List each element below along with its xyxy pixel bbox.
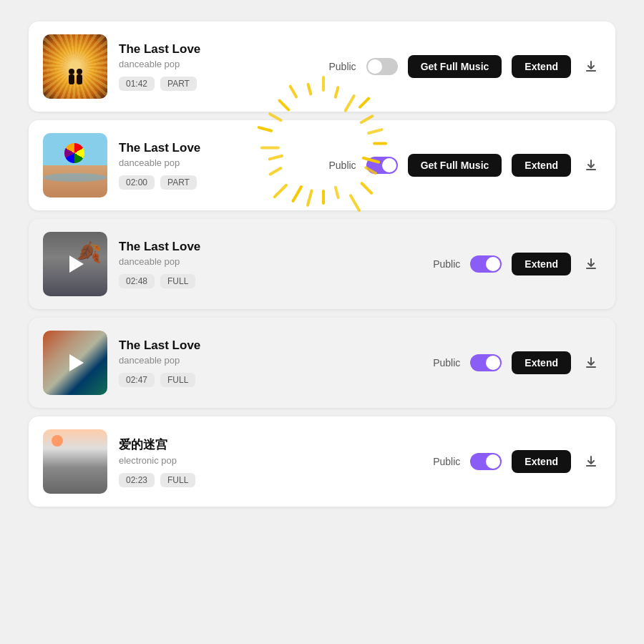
svg-point-0 [69, 69, 74, 74]
controls: Public Get Full Music Extend [328, 55, 601, 78]
play-icon [69, 354, 84, 371]
badge-row: 02:48 FULL [119, 274, 421, 288]
public-label: Public [328, 61, 356, 72]
music-list: The Last Love danceable pop 01:42 PART P… [29, 21, 615, 507]
duration-badge: 02:23 [119, 473, 155, 487]
music-card-4: The Last Love danceable pop 02:47 FULL P… [29, 318, 615, 408]
thumbnail [43, 133, 107, 197]
extend-button[interactable]: Extend [512, 253, 571, 275]
public-label: Public [433, 258, 460, 270]
music-card-3: 🍂 The Last Love danceable pop 02:48 FULL… [29, 219, 615, 309]
song-genre: electronic pop [119, 455, 421, 466]
download-icon[interactable] [581, 57, 601, 77]
music-card-1: The Last Love danceable pop 01:42 PART P… [29, 21, 615, 112]
song-info: The Last Love danceable pop 02:47 FULL [119, 338, 421, 387]
type-badge: PART [160, 175, 197, 190]
controls: Public Extend [433, 253, 601, 275]
song-info: 爱的迷宫 electronic pop 02:23 FULL [119, 436, 421, 487]
thumbnail: 🍂 [43, 232, 107, 296]
song-title: The Last Love [119, 141, 317, 155]
song-title: The Last Love [119, 240, 421, 254]
play-overlay[interactable] [43, 331, 107, 395]
badge-row: 01:42 PART [119, 77, 317, 91]
song-genre: danceable pop [119, 157, 317, 168]
song-genre: danceable pop [119, 355, 421, 366]
music-card-2: The Last Love danceable pop 02:00 PART P… [29, 120, 615, 210]
download-icon[interactable] [581, 254, 601, 274]
get-full-music-button[interactable]: Get Full Music [408, 55, 502, 78]
public-toggle[interactable] [470, 354, 502, 371]
duration-badge: 02:00 [119, 175, 155, 190]
controls: Public Get Full Music Extend [328, 154, 601, 177]
extend-button[interactable]: Extend [512, 154, 571, 177]
public-toggle[interactable] [366, 157, 398, 174]
type-badge: FULL [160, 373, 195, 387]
public-toggle[interactable] [470, 453, 502, 470]
download-icon[interactable] [581, 155, 601, 175]
download-icon[interactable] [581, 452, 601, 472]
public-toggle[interactable] [366, 58, 398, 75]
duration-badge: 02:48 [119, 274, 155, 288]
type-badge: PART [160, 77, 197, 91]
public-label: Public [433, 456, 460, 467]
music-card-5: 爱的迷宫 electronic pop 02:23 FULL Public Ex… [29, 416, 615, 507]
thumbnail [43, 331, 107, 395]
extend-button[interactable]: Extend [512, 450, 571, 473]
svg-point-2 [77, 69, 82, 74]
controls: Public Extend [433, 450, 601, 473]
song-genre: danceable pop [119, 59, 317, 69]
song-title: 爱的迷宫 [119, 436, 421, 453]
duration-badge: 02:47 [119, 373, 155, 387]
extend-button[interactable]: Extend [512, 55, 571, 78]
svg-rect-3 [77, 74, 82, 84]
get-full-music-button[interactable]: Get Full Music [408, 154, 502, 177]
public-toggle[interactable] [470, 255, 502, 273]
download-icon[interactable] [581, 353, 601, 373]
play-icon [69, 255, 84, 273]
thumbnail [43, 429, 107, 494]
duration-badge: 01:42 [119, 77, 155, 91]
thumbnail [43, 34, 107, 99]
svg-rect-1 [69, 74, 74, 84]
song-genre: danceable pop [119, 256, 421, 267]
badge-row: 02:00 PART [119, 175, 317, 190]
song-info: The Last Love danceable pop 01:42 PART [119, 42, 317, 91]
type-badge: FULL [160, 473, 195, 487]
play-overlay[interactable] [43, 232, 107, 296]
badge-row: 02:23 FULL [119, 473, 421, 487]
public-label: Public [433, 357, 460, 369]
song-info: The Last Love danceable pop 02:48 FULL [119, 240, 421, 288]
song-title: The Last Love [119, 338, 421, 353]
badge-row: 02:47 FULL [119, 373, 421, 387]
type-badge: FULL [160, 274, 195, 288]
public-label: Public [328, 160, 356, 171]
song-title: The Last Love [119, 42, 317, 57]
extend-button[interactable]: Extend [512, 351, 571, 374]
song-info: The Last Love danceable pop 02:00 PART [119, 141, 317, 190]
controls: Public Extend [433, 351, 601, 374]
